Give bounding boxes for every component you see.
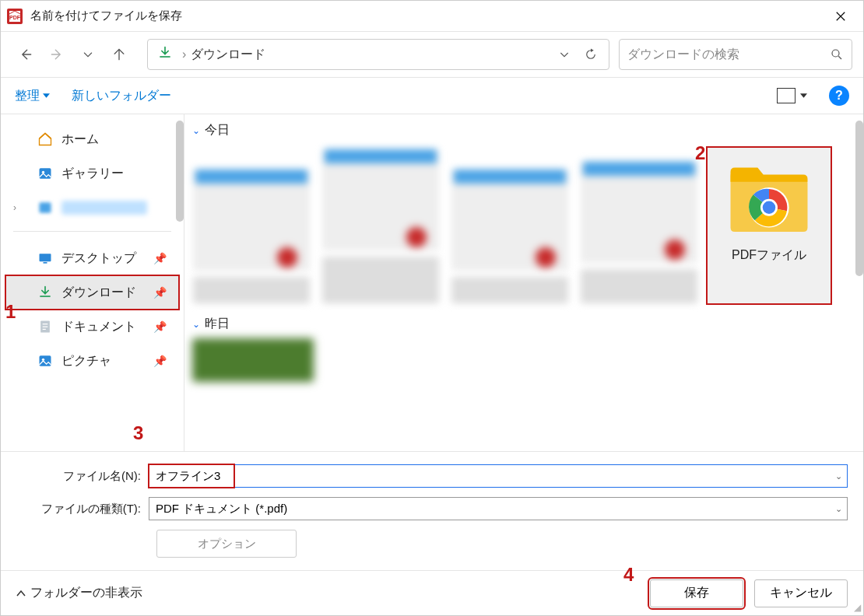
- sidebar-item-label: ダウンロード: [61, 285, 136, 301]
- save-button[interactable]: 保存: [650, 579, 743, 607]
- form-area: ファイル名(N): オフライン3 ⌄ ファイルの種類(T): PDF ドキュメン…: [1, 451, 863, 570]
- chevron-down-icon: [82, 48, 94, 61]
- sidebar-item-blurred[interactable]: ›: [5, 191, 179, 225]
- dropdown-icon[interactable]: ⌄: [835, 471, 842, 481]
- svg-rect-4: [40, 168, 51, 178]
- filename-input[interactable]: オフライン3 ⌄: [149, 464, 848, 488]
- breadcrumb-path[interactable]: › ダウンロード: [147, 39, 609, 70]
- chevron-down-icon: ⌄: [192, 125, 200, 136]
- folder-pdf-files[interactable]: PDFファイル: [708, 148, 831, 303]
- save-dialog-window: 1 2 3 4 PDF 名前を付けてファイルを保存 › ダウンロ: [0, 0, 864, 616]
- help-button[interactable]: ?: [829, 86, 849, 106]
- footer: フォルダーの非表示 保存 キャンセル ◢: [1, 570, 863, 615]
- options-row: オプション: [16, 525, 848, 570]
- cancel-button[interactable]: キャンセル: [754, 579, 848, 607]
- chevron-down-icon: ⌄: [192, 319, 200, 330]
- options-button[interactable]: オプション: [156, 530, 297, 558]
- new-folder-label: 新しいフォルダー: [72, 88, 171, 104]
- desktop-icon: [37, 250, 54, 267]
- pin-icon: 📌: [153, 320, 167, 333]
- blurred-label: [61, 201, 147, 215]
- file-item[interactable]: [320, 148, 441, 303]
- recent-dropdown[interactable]: [74, 40, 102, 68]
- sidebar-item-home[interactable]: ホーム: [5, 122, 179, 156]
- file-grid-today: PDFファイル: [184, 143, 863, 308]
- help-icon: ?: [835, 89, 843, 103]
- sidebar-divider: [13, 231, 171, 232]
- caret-down-icon: [800, 93, 807, 98]
- download-icon: [37, 284, 54, 301]
- sidebar: ホーム ギャラリー › デスクトップ 📌 ダウンロード 📌: [1, 114, 184, 451]
- group-label: 今日: [205, 122, 230, 138]
- filetype-label: ファイルの種類(T):: [16, 502, 141, 516]
- search-icon: [830, 47, 844, 61]
- file-item[interactable]: [192, 338, 314, 382]
- save-label: 保存: [684, 585, 709, 601]
- resize-grip[interactable]: ◢: [854, 602, 861, 613]
- hide-folders-label: フォルダーの非表示: [30, 585, 142, 601]
- svg-rect-7: [40, 254, 51, 261]
- gallery-icon: [37, 165, 54, 182]
- svg-rect-8: [44, 262, 47, 264]
- search-input[interactable]: ダウンロードの検索: [619, 39, 852, 70]
- close-icon: [835, 11, 846, 22]
- sidebar-item-label: ギャラリー: [61, 166, 124, 182]
- folder-icon: [726, 154, 812, 240]
- sidebar-item-gallery[interactable]: ギャラリー: [5, 156, 179, 191]
- new-folder-button[interactable]: 新しいフォルダー: [72, 88, 171, 104]
- dropdown-icon[interactable]: ⌄: [835, 504, 842, 514]
- filename-row: ファイル名(N): オフライン3 ⌄: [16, 460, 848, 492]
- chevron-up-icon: [16, 590, 26, 597]
- back-button[interactable]: [12, 40, 40, 68]
- documents-icon: [37, 318, 54, 335]
- svg-text:PDF: PDF: [9, 15, 21, 20]
- chevron-right-icon: ›: [13, 202, 16, 213]
- organize-menu[interactable]: 整理: [15, 88, 50, 104]
- main-scrollbar[interactable]: [855, 121, 863, 276]
- group-yesterday[interactable]: ⌄ 昨日: [184, 308, 863, 337]
- home-icon: [37, 131, 54, 148]
- up-button[interactable]: [105, 40, 133, 68]
- pictures-icon: [37, 352, 54, 369]
- dialog-body: ホーム ギャラリー › デスクトップ 📌 ダウンロード 📌: [1, 114, 863, 451]
- filename-value: オフライン3: [156, 469, 220, 484]
- toolbar: 整理 新しいフォルダー ?: [1, 77, 863, 114]
- sidebar-item-downloads[interactable]: ダウンロード 📌: [5, 275, 179, 310]
- file-item[interactable]: [578, 148, 700, 303]
- svg-point-14: [763, 201, 776, 215]
- view-mode-button[interactable]: [777, 88, 807, 103]
- sidebar-item-pictures[interactable]: ピクチャ 📌: [5, 344, 179, 378]
- sidebar-item-label: ピクチャ: [61, 353, 111, 369]
- breadcrumb-separator: ›: [182, 47, 186, 61]
- generic-icon: [37, 199, 54, 216]
- close-button[interactable]: [823, 1, 859, 32]
- download-icon: [157, 45, 173, 64]
- search-placeholder: ダウンロードの検索: [627, 47, 830, 63]
- filetype-row: ファイルの種類(T): PDF ドキュメント (*.pdf) ⌄: [16, 492, 848, 525]
- sidebar-item-desktop[interactable]: デスクトップ 📌: [5, 241, 179, 275]
- forward-button[interactable]: [43, 40, 71, 68]
- sidebar-item-label: ホーム: [61, 131, 99, 148]
- filetype-select[interactable]: PDF ドキュメント (*.pdf) ⌄: [149, 497, 848, 520]
- svg-rect-10: [40, 355, 51, 366]
- path-dropdown[interactable]: [551, 41, 578, 68]
- group-today[interactable]: ⌄ 今日: [184, 114, 863, 143]
- hide-folders-toggle[interactable]: フォルダーの非表示: [16, 585, 142, 601]
- pin-icon: 📌: [153, 286, 167, 299]
- caret-down-icon: [43, 93, 50, 98]
- group-label: 昨日: [205, 316, 230, 332]
- arrow-left-icon: [18, 47, 33, 62]
- options-label: オプション: [198, 537, 256, 551]
- file-item[interactable]: [191, 148, 312, 303]
- file-item[interactable]: [449, 148, 571, 303]
- refresh-icon: [584, 47, 598, 61]
- file-list: ⌄ 今日: [184, 114, 863, 451]
- view-mode-icon: [777, 88, 796, 103]
- organize-label: 整理: [15, 88, 40, 104]
- svg-point-3: [832, 50, 839, 57]
- arrow-up-icon: [111, 47, 127, 62]
- titlebar: PDF 名前を付けてファイルを保存: [1, 1, 863, 32]
- arrow-right-icon: [49, 47, 65, 62]
- sidebar-item-documents[interactable]: ドキュメント 📌: [5, 310, 179, 344]
- refresh-button[interactable]: [578, 41, 604, 68]
